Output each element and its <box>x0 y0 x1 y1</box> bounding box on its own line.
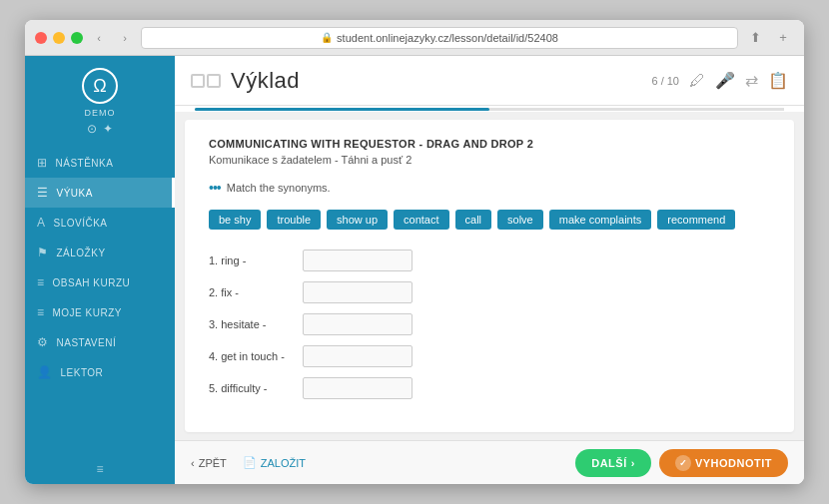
next-button[interactable]: DALŠÍ › <box>575 449 651 477</box>
fill-row-3: 3. hesitate - <box>209 313 770 335</box>
save-icon: 📄 <box>243 456 257 469</box>
fill-label-3: 3. hesitate - <box>209 318 299 330</box>
progress-area <box>175 106 804 112</box>
sidebar-item-obsah-kurzu[interactable]: ≡ OBSAH KURZU <box>25 267 175 297</box>
translate-icon[interactable]: ⇄ <box>745 71 758 90</box>
lesson-counter: 6 / 10 <box>651 75 679 87</box>
obsah-icon: ≡ <box>37 275 45 289</box>
sidebar-label-zalozky: ZÁLOŽKY <box>57 248 106 258</box>
fill-row-1: 1. ring - <box>209 250 770 271</box>
slovicka-icon: A <box>37 216 46 230</box>
drag-word-show-up[interactable]: show up <box>327 210 388 230</box>
sidebar-label-moje: MOJE KURZY <box>53 307 122 318</box>
save-button[interactable]: 📄 ZALOŽIT <box>243 456 306 469</box>
expand-icon: ≡ <box>96 462 103 476</box>
lesson-sq-2 <box>207 74 221 88</box>
fill-label-1: 1. ring - <box>209 254 299 266</box>
share-btn[interactable]: ⬆ <box>744 27 766 49</box>
exercise-subtitle: Komunikace s žadatelem - Táhni a pusť 2 <box>209 154 770 166</box>
next-arrow-icon: › <box>631 457 635 469</box>
top-bar: Výklad 6 / 10 🖊 🎤 ⇄ 📋 <box>175 56 804 106</box>
evaluate-label: VYHODNOTIT <box>695 457 772 469</box>
top-bar-right: 6 / 10 🖊 🎤 ⇄ 📋 <box>651 71 788 90</box>
fill-box-2[interactable] <box>303 281 413 303</box>
sidebar-expand-btn[interactable]: ≡ <box>84 454 115 484</box>
fill-label-4: 4. get in touch - <box>209 350 299 362</box>
fill-box-1[interactable] <box>303 250 413 271</box>
drag-words-area: be shy trouble show up contact call solv… <box>209 210 770 230</box>
add-tab-btn[interactable]: + <box>772 27 794 49</box>
vyuka-icon: ☰ <box>37 186 49 200</box>
traffic-light-red[interactable] <box>35 32 47 44</box>
sidebar-item-zalozky[interactable]: ⚑ ZÁLOŽKY <box>25 238 175 267</box>
sidebar-label-vyuka: VÝUKA <box>57 188 93 199</box>
sidebar-item-slovicka[interactable]: A SLOVÍČKA <box>25 208 175 238</box>
fill-box-3[interactable] <box>303 313 413 335</box>
browser-window: ‹ › 🔒 student.onlinejazyky.cz/lesson/det… <box>25 20 804 484</box>
back-icon: ‹ <box>191 457 195 469</box>
progress-bar-track <box>195 108 784 111</box>
sidebar-nav: ⊞ NÁSTĚNKA ☰ VÝUKA A SLOVÍČKA ⚑ ZÁLOŽKY … <box>25 148 175 454</box>
fill-row-4: 4. get in touch - <box>209 345 770 367</box>
sidebar-label-nastena: NÁSTĚNKA <box>56 158 114 169</box>
fill-box-4[interactable] <box>303 345 413 367</box>
drag-word-recommend[interactable]: recommend <box>657 210 735 230</box>
sidebar-item-moje-kurzy[interactable]: ≡ MOJE KURZY <box>25 297 175 327</box>
lektor-icon: 👤 <box>37 365 53 379</box>
check-circle-icon: ✓ <box>675 455 691 471</box>
progress-bar-fill <box>195 108 489 111</box>
back-label: ZPĚT <box>199 457 227 469</box>
info-icon[interactable]: 📋 <box>768 71 788 90</box>
sidebar-item-nastaveni[interactable]: ⚙ NASTAVENÍ <box>25 327 175 357</box>
address-bar: 🔒 student.onlinejazyky.cz/lesson/detail/… <box>141 27 738 49</box>
sidebar: Ω DEMO ⊙ ✦ ⊞ NÁSTĚNKA ☰ VÝUKA A SLOVÍČKA <box>25 56 175 484</box>
sidebar-item-nastena[interactable]: ⊞ NÁSTĚNKA <box>25 148 175 178</box>
nastaveni-icon: ⚙ <box>37 335 49 349</box>
traffic-light-yellow[interactable] <box>53 32 65 44</box>
fill-label-2: 2. fix - <box>209 286 299 298</box>
drag-word-make-complaints[interactable]: make complaints <box>549 210 652 230</box>
bottom-bar: ‹ ZPĚT 📄 ZALOŽIT DALŠÍ › ✓ VYHODNOTIT <box>175 440 804 484</box>
evaluate-button[interactable]: ✓ VYHODNOTIT <box>659 449 788 477</box>
sidebar-item-vyuka[interactable]: ☰ VÝUKA <box>25 178 175 208</box>
moje-icon: ≡ <box>37 305 45 319</box>
instruction: ••• Match the synonyms. <box>209 180 770 196</box>
drag-word-contact[interactable]: contact <box>394 210 448 230</box>
bottom-right: DALŠÍ › ✓ VYHODNOTIT <box>575 449 788 477</box>
instruction-dots: ••• <box>209 180 221 196</box>
nav-forward-btn[interactable]: › <box>115 28 135 48</box>
user-settings-icon[interactable]: ⊙ <box>87 122 97 136</box>
nav-back-btn[interactable]: ‹ <box>89 28 109 48</box>
lesson-type-icon <box>191 74 221 88</box>
sidebar-label-slovicka: SLOVÍČKA <box>54 218 108 229</box>
sidebar-logo: Ω <box>82 68 118 104</box>
fill-row-5: 5. difficulty - <box>209 377 770 399</box>
back-button[interactable]: ‹ ZPĚT <box>191 457 227 469</box>
lock-icon: 🔒 <box>321 32 333 43</box>
drag-word-solve[interactable]: solve <box>497 210 543 230</box>
mic-icon[interactable]: 🎤 <box>715 71 735 90</box>
sidebar-label-lektor: LEKTOR <box>61 367 104 378</box>
content-area: COMMUNICATING WITH REQUESTOR - DRAG AND … <box>185 120 794 432</box>
sidebar-icons-row: ⊙ ✦ <box>87 122 113 136</box>
drag-word-be-shy[interactable]: be shy <box>209 210 261 230</box>
instruction-text: Match the synonyms. <box>227 182 331 194</box>
page-title: Výklad <box>231 68 300 94</box>
traffic-light-green[interactable] <box>71 32 83 44</box>
browser-body: Ω DEMO ⊙ ✦ ⊞ NÁSTĚNKA ☰ VÝUKA A SLOVÍČKA <box>25 56 804 484</box>
exercise-title: COMMUNICATING WITH REQUESTOR - DRAG AND … <box>209 138 770 150</box>
url-text: student.onlinejazyky.cz/lesson/detail/id… <box>337 32 558 44</box>
fill-row-2: 2. fix - <box>209 281 770 303</box>
lesson-sq-1 <box>191 74 205 88</box>
drag-word-call[interactable]: call <box>455 210 492 230</box>
browser-chrome: ‹ › 🔒 student.onlinejazyky.cz/lesson/det… <box>25 20 804 56</box>
drag-word-trouble[interactable]: trouble <box>267 210 321 230</box>
zalozky-icon: ⚑ <box>37 246 49 259</box>
main-content: Výklad 6 / 10 🖊 🎤 ⇄ 📋 COMMUNICATING WITH… <box>175 56 804 484</box>
fill-box-5[interactable] <box>303 377 413 399</box>
nastena-icon: ⊞ <box>37 156 48 170</box>
bookmark-icon[interactable]: 🖊 <box>689 72 705 90</box>
sidebar-label-obsah: OBSAH KURZU <box>53 277 131 288</box>
settings-icon[interactable]: ✦ <box>103 122 113 136</box>
sidebar-item-lektor[interactable]: 👤 LEKTOR <box>25 357 175 387</box>
